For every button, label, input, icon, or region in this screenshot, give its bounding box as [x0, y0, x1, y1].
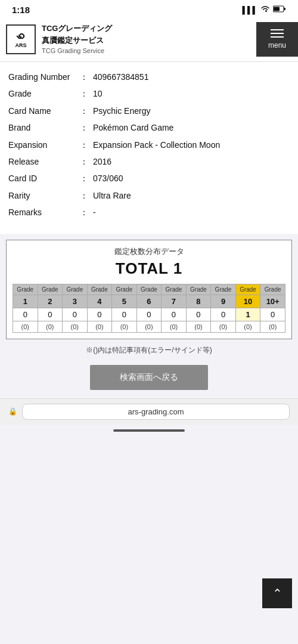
status-icons: ▌▌▌: [242, 5, 286, 14]
grade-header-cell: Grade: [260, 284, 285, 295]
grade-num-cell: 10+: [260, 295, 285, 308]
count-cell: 1: [235, 308, 260, 321]
info-row: Grading Number ： 409667384851: [8, 70, 290, 83]
sub-count-cell: (0): [13, 321, 38, 332]
info-separator: ：: [80, 70, 88, 83]
scroll-top-button[interactable]: ⌃: [262, 578, 292, 608]
hamburger-icon: [271, 29, 284, 38]
info-row: Brand ： Pokémon Card Game: [8, 121, 290, 134]
grade-num-cell: 2: [38, 295, 63, 308]
chevron-up-icon: ⌃: [272, 586, 283, 600]
info-value: 10: [93, 87, 290, 100]
info-label: Remarks: [8, 206, 80, 219]
info-separator: ：: [80, 104, 88, 117]
grade-num-cell: 7: [162, 295, 187, 308]
count-cell: 0: [260, 308, 285, 321]
info-row: Remarks ： -: [8, 206, 290, 219]
info-label: Brand: [8, 121, 80, 134]
info-value: -: [93, 206, 290, 219]
distribution-section: 鑑定枚数分布データ TOTAL 1 GradeGradeGradeGradeGr…: [6, 240, 292, 339]
distribution-table: GradeGradeGradeGradeGradeGradeGradeGrade…: [13, 284, 285, 333]
info-separator: ：: [80, 155, 88, 168]
info-label: Release: [8, 155, 80, 168]
sub-count-cell: (0): [136, 321, 162, 332]
count-cell: 0: [63, 308, 88, 321]
menu-button[interactable]: menu: [256, 22, 298, 57]
wifi-icon: [260, 5, 270, 14]
grade-header-row: GradeGradeGradeGradeGradeGradeGradeGrade…: [13, 284, 285, 308]
grade-num-cell: 10: [235, 295, 260, 308]
info-value: Psychic Energy: [93, 104, 290, 117]
info-row: Rarity ： Ultra Rare: [8, 189, 290, 202]
hamburger-line-3: [271, 36, 284, 38]
grade-num-cell: 1: [13, 295, 38, 308]
menu-label: menu: [268, 41, 286, 49]
info-label: Grading Number: [8, 70, 80, 83]
ars-text: ARS: [15, 42, 26, 48]
grade-header-cell: Grade: [112, 284, 137, 295]
header: ꩜ ARS TCGグレーディング 真贋鑑定サービス TCG Grading Se…: [0, 17, 298, 62]
sub-count-cell: (0): [235, 321, 260, 332]
info-label: Rarity: [8, 189, 80, 202]
grade-label-row: GradeGradeGradeGradeGradeGradeGradeGrade…: [13, 284, 285, 295]
sub-count-cell: (0): [38, 321, 63, 332]
signal-icon: ▌▌▌: [242, 6, 257, 14]
info-separator: ：: [80, 138, 88, 151]
grade-header-cell: Grade: [38, 284, 63, 295]
browser-url[interactable]: ars-grading.com: [22, 404, 290, 420]
dist-total: TOTAL 1: [13, 259, 285, 278]
grade-header-cell: Grade: [211, 284, 236, 295]
info-separator: ：: [80, 87, 88, 100]
grade-header-cell: Grade: [63, 284, 88, 295]
info-rows-container: Grading Number ： 409667384851 Grade ： 10…: [8, 70, 290, 219]
logo-line1: TCGグレーディング: [42, 23, 112, 35]
info-row: Release ： 2016: [8, 155, 290, 168]
sub-count-cell: (0): [112, 321, 137, 332]
grade-header-cell: Grade: [235, 284, 260, 295]
info-row: Expansion ： Expansion Pack - Collection …: [8, 138, 290, 151]
grade-num-cell: 8: [186, 295, 211, 308]
info-row: Grade ： 10: [8, 87, 290, 100]
ars-symbol: ꩜: [15, 30, 27, 42]
dist-total-label: TOTAL: [116, 259, 169, 277]
grade-num-row: 1234567891010+: [13, 295, 285, 308]
sub-count-cell: (0): [162, 321, 187, 332]
sub-count-cell: (0): [186, 321, 211, 332]
count-cell: 0: [112, 308, 137, 321]
grade-num-cell: 4: [87, 295, 112, 308]
grade-data-body: 00000000010(0)(0)(0)(0)(0)(0)(0)(0)(0)(0…: [13, 308, 285, 332]
logo-area: ꩜ ARS TCGグレーディング 真贋鑑定サービス TCG Grading Se…: [6, 23, 256, 56]
grade-num-cell: 3: [63, 295, 88, 308]
grade-header-cell: Grade: [87, 284, 112, 295]
logo-line2: 真贋鑑定サービス: [42, 35, 112, 47]
info-value: 073/060: [93, 172, 290, 185]
hamburger-line-1: [271, 29, 284, 30]
count-cell: 0: [211, 308, 236, 321]
status-time: 1:18: [12, 5, 30, 15]
info-separator: ：: [80, 121, 88, 134]
grade-header-cell: Grade: [186, 284, 211, 295]
grade-num-cell: 6: [136, 295, 162, 308]
count-cell: 0: [38, 308, 63, 321]
back-button[interactable]: 検索画面へ戻る: [90, 365, 208, 390]
logo-box: ꩜ ARS: [6, 24, 36, 54]
info-row: Card Name ： Psychic Energy: [8, 104, 290, 117]
info-label: Card Name: [8, 104, 80, 117]
grade-num-cell: 5: [112, 295, 137, 308]
grade-header-cell: Grade: [136, 284, 162, 295]
grade-num-cell: 9: [211, 295, 236, 308]
status-bar: 1:18 ▌▌▌: [0, 0, 298, 17]
dist-total-value: 1: [173, 259, 182, 277]
sub-count-cell: (0): [63, 321, 88, 332]
hamburger-line-2: [271, 33, 284, 34]
info-row: Card ID ： 073/060: [8, 172, 290, 185]
count-cell: 0: [13, 308, 38, 321]
info-label: Card ID: [8, 172, 80, 185]
sub-count-cell: (0): [260, 321, 285, 332]
card-info-section: Grading Number ： 409667384851 Grade ： 10…: [0, 62, 298, 234]
count-cell: 0: [136, 308, 162, 321]
back-button-area: 検索画面へ戻る: [0, 365, 298, 390]
logo-text: TCGグレーディング 真贋鑑定サービス TCG Grading Service: [42, 23, 112, 56]
info-label: Expansion: [8, 138, 80, 151]
info-value: Expansion Pack - Collection Moon: [93, 138, 290, 151]
